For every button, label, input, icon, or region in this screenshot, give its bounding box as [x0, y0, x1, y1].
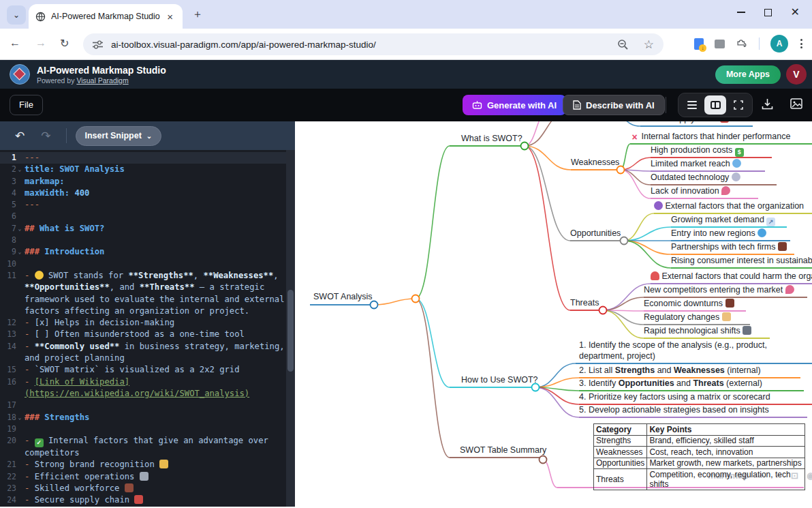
map-node-w1[interactable]: × Internal factors that hinder performan…	[630, 132, 790, 142]
export-image-button[interactable]	[790, 98, 802, 109]
zoom-icon[interactable]	[617, 39, 629, 50]
editor-scrollbar-thumb[interactable]	[287, 290, 294, 372]
fold-arrow-icon[interactable]: ⌄	[16, 246, 23, 258]
line-content[interactable]: ## What is SWOT?	[23, 223, 286, 235]
line-content[interactable]: - **Commonly used** in business strategy…	[23, 341, 286, 365]
code-line-4[interactable]: 4 maxWidth: 400	[0, 188, 286, 199]
new-tab-button[interactable]: ＋	[192, 7, 203, 22]
code-line-14[interactable]: 14- **Commonly used** in business strate…	[0, 341, 286, 365]
map-node-o5[interactable]: Rising consumer interest in sustainabili…	[671, 256, 812, 265]
node-toggle-circle[interactable]	[521, 143, 529, 150]
code-line-5[interactable]: 5---	[0, 199, 286, 211]
code-line-17[interactable]: 17	[0, 400, 286, 411]
code-line-13[interactable]: 13- [ ] Often misunderstood as a one-tim…	[0, 329, 286, 340]
describe-with-ai-button[interactable]: Describe with AI	[563, 95, 665, 115]
line-content[interactable]: markmap:	[23, 176, 286, 188]
code-line-19[interactable]: 19	[0, 423, 286, 435]
node-toggle-circle[interactable]	[412, 295, 420, 303]
map-node-o2[interactable]: Growing market demand ↗	[671, 215, 775, 226]
forward-button[interactable]: →	[35, 37, 46, 49]
map-node-t4[interactable]: Regulatory changes	[644, 312, 731, 322]
map-node-c4[interactable]: 4. Prioritize key factors using a matrix…	[579, 392, 770, 402]
split-view-button[interactable]	[704, 95, 726, 115]
map-node-w5[interactable]: Lack of innovation	[651, 186, 730, 196]
fold-arrow-icon[interactable]: ⌄	[16, 412, 23, 423]
node-toggle-circle[interactable]	[540, 456, 547, 464]
line-content[interactable]: ### Strengths	[23, 412, 286, 423]
code-line-11[interactable]: 11- SWOT stands for **Strengths**, **Wea…	[0, 270, 286, 317]
line-content[interactable]: ### Introduction	[23, 246, 286, 258]
visual-paradigm-link[interactable]: Visual Paradigm	[76, 76, 128, 85]
fold-arrow-icon[interactable]: ⌄	[16, 164, 23, 175]
line-content[interactable]: - [Link of Wikipedia] (https://en.wikipe…	[23, 376, 286, 400]
node-toggle-circle[interactable]	[599, 307, 607, 314]
site-settings-icon[interactable]	[93, 40, 103, 49]
insert-snippet-button[interactable]: Insert Snippet⌄	[76, 126, 162, 146]
code-line-18[interactable]: 18⌄### Strengths	[0, 412, 286, 423]
node-toggle-circle[interactable]	[621, 237, 628, 245]
window-minimize-button[interactable]	[737, 12, 745, 13]
map-node-tbl[interactable]: SWOT Table Summary	[460, 445, 546, 455]
file-menu-button[interactable]: File	[10, 95, 43, 115]
more-apps-button[interactable]: More Apps	[715, 65, 781, 84]
line-content[interactable]: - Skilled workforce	[23, 483, 286, 494]
undo-icon[interactable]: ↶	[15, 129, 25, 143]
map-node-thr[interactable]: Threats	[570, 298, 599, 308]
code-line-9[interactable]: 9⌄### Introduction	[0, 246, 286, 258]
code-line-24[interactable]: 24- Secure supply chain	[0, 494, 286, 506]
map-node-w2[interactable]: High production costs $	[651, 145, 744, 157]
line-content[interactable]	[23, 258, 286, 270]
map-node-o4[interactable]: Partnerships with tech firms	[671, 242, 787, 252]
fold-arrow-icon[interactable]: ⌄	[16, 223, 23, 235]
url-omnibox[interactable]: ai-toolbox.visual-paradigm.com/app/ai-po…	[83, 33, 663, 55]
map-node-c3[interactable]: 3. Identify Opportunities and Threats (e…	[579, 378, 762, 388]
line-content[interactable]	[23, 400, 286, 411]
line-content[interactable]: - `SWOT matrix` is visualized as a 2x2 g…	[23, 364, 286, 376]
map-node-o1[interactable]: External factors that the organization	[654, 201, 804, 211]
browser-menu-icon[interactable]	[799, 38, 804, 50]
bookmark-star-icon[interactable]: ☆	[644, 38, 654, 52]
code-line-3[interactable]: 3markmap:	[0, 176, 286, 188]
extensions-puzzle-icon[interactable]	[736, 38, 748, 50]
editor-scrollbar[interactable]	[286, 150, 295, 507]
line-content[interactable]: - [x] Helps in decision-making	[23, 317, 286, 329]
map-node-opp[interactable]: Opportunities	[570, 228, 621, 238]
map-node-whatis[interactable]: What is SWOT?	[461, 134, 522, 143]
line-content[interactable]: - [ ] Often misunderstood as a one-time …	[23, 329, 286, 340]
map-node-root[interactable]: SWOT Analysis	[313, 292, 373, 301]
map-node-secure[interactable]: Secure supply chain	[641, 121, 729, 123]
code-editor[interactable]: 1---2⌄title: SWOT Analysis3markmap:4 max…	[0, 150, 286, 507]
map-node-how[interactable]: How to Use SWOT?	[461, 375, 538, 385]
extension-doc-icon[interactable]	[694, 38, 704, 50]
line-content[interactable]: ---	[23, 199, 286, 211]
code-line-8[interactable]: 8	[0, 235, 286, 246]
map-node-weak[interactable]: Weaknesses	[571, 158, 619, 167]
user-avatar[interactable]: V	[786, 64, 807, 85]
code-line-23[interactable]: 23- Skilled workforce	[0, 483, 286, 494]
mindmap-panel[interactable]: markmap ＋ － ⊡ ◉ CategoryKey PointsStreng…	[295, 121, 812, 507]
code-line-22[interactable]: 22- Efficient operations	[0, 471, 286, 483]
back-button[interactable]: ←	[10, 37, 20, 49]
window-close-button[interactable]: ✕	[791, 8, 800, 17]
line-content[interactable]: ---	[23, 152, 286, 164]
editor-only-view-button[interactable]	[681, 95, 703, 115]
node-toggle-circle[interactable]	[371, 301, 378, 309]
browser-tab[interactable]: AI-Powered Markmap Studio ×	[29, 4, 183, 29]
line-content[interactable]: - Efficient operations	[23, 471, 286, 483]
code-line-6[interactable]: 6	[0, 211, 286, 222]
code-line-12[interactable]: 12- [x] Helps in decision-making	[0, 317, 286, 329]
window-maximize-button[interactable]	[764, 9, 772, 16]
extension-chat-icon[interactable]	[715, 40, 725, 48]
reload-button[interactable]: ↻	[60, 37, 69, 50]
code-line-15[interactable]: 15- `SWOT matrix` is visualized as a 2x2…	[0, 364, 286, 376]
line-content[interactable]: - SWOT stands for **Strengths**, **Weakn…	[23, 270, 286, 317]
map-node-w4[interactable]: Outdated technology	[651, 173, 740, 182]
generate-with-ai-button[interactable]: Generate with AI	[463, 95, 566, 115]
url-text[interactable]: ai-toolbox.visual-paradigm.com/app/ai-po…	[111, 40, 617, 50]
node-toggle-circle[interactable]	[617, 166, 625, 174]
code-line-7[interactable]: 7⌄## What is SWOT?	[0, 223, 286, 235]
download-button[interactable]	[762, 98, 773, 110]
map-node-c2[interactable]: 2. List all Strengths and Weaknesses (in…	[579, 365, 761, 375]
node-toggle-circle[interactable]	[532, 384, 540, 391]
map-node-o3[interactable]: Entry into new regions	[671, 228, 766, 238]
